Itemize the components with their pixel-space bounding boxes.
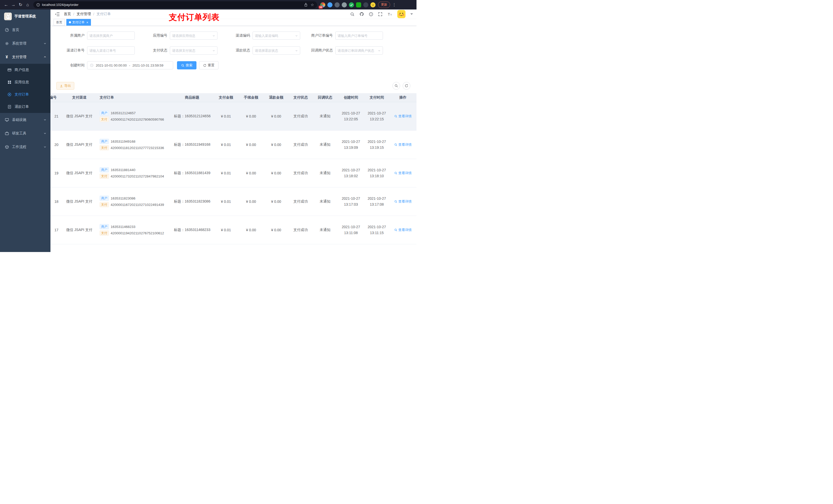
reset-button[interactable]: 重置 [199,61,218,69]
channel-order-no-input[interactable] [89,49,133,52]
refresh-button[interactable] [403,82,410,90]
svg-text:T: T [388,12,390,16]
browser-menu-icon[interactable]: ⋮ [392,2,396,7]
breadcrumb-home[interactable]: 首页 [64,12,71,16]
pay-time: 2021-10-2713:19:15 [364,139,389,150]
search-icon[interactable] [350,12,355,16]
table-row[interactable]: 21 微信 JSAPI 支付 商户 1635312124657 支付 42000… [50,102,416,130]
pay-order-no: 4200001173202110272847982104 [111,174,164,178]
order-id: 19 [50,171,62,175]
sidebar-item-label: 系统管理 [12,41,26,46]
extension-icon-5[interactable] [349,2,354,7]
date-range-picker[interactable]: 2021-10-01 00:00:00 - 2021-10-31 23:59:5… [87,61,173,69]
merchant-input[interactable] [89,34,133,38]
sidebar-toggle-icon[interactable] [52,9,62,19]
refund-amount [264,244,289,252]
app-logo[interactable]: 芋道管理系统 [0,9,50,23]
view-detail-link[interactable]: 查看详情 [394,228,412,232]
table-row[interactable]: 商户 1635311151786 支付 标题： 查看详情 [50,244,416,252]
sidebar-item-payment[interactable]: ¥ 支付管理 [0,50,50,64]
order-id: 20 [50,143,62,147]
pay-tag: 支付 [100,231,109,236]
close-icon[interactable]: × [86,21,88,24]
browser-update-button[interactable]: 更新 [378,2,390,8]
sidebar-item-system[interactable]: 系统管理 [0,37,50,50]
notify-status: 未通知 [312,102,338,130]
extension-icon-8[interactable] [371,2,376,7]
merchant-order-no-field[interactable] [335,31,383,40]
refund-amount: ¥ 0.00 [264,159,289,187]
tab-pay-order[interactable]: 支付订单 × [66,19,91,26]
fullscreen-icon[interactable] [378,12,382,16]
merchant-order-no-input[interactable] [338,34,381,38]
notify-status-select[interactable] [335,46,383,54]
refund-status-input[interactable] [255,49,294,52]
toggle-search-button[interactable] [392,82,400,90]
user-avatar[interactable] [397,10,405,18]
table-row[interactable]: 19 微信 JSAPI 支付 商户 1635311881440 支付 42000… [50,159,416,187]
extension-icon-3[interactable] [335,2,340,7]
filter-app-id: 应用编号 [139,31,222,40]
chevron-down-icon [212,49,215,52]
sidebar-item-merchant-info[interactable]: 商户信息 [0,64,50,76]
notify-status-input[interactable] [338,49,377,52]
extension-icon-7[interactable] [363,2,368,7]
search-button[interactable]: 搜索 [177,61,196,69]
app-select[interactable] [170,31,217,40]
url-text: localhost:1024/pay/order [42,3,78,7]
table-row[interactable]: 17 微信 JSAPI 支付 商户 1635311468233 支付 42000… [50,216,416,244]
browser-reload-button[interactable]: ↻ [17,1,24,8]
browser-home-button[interactable]: ⌂ [24,1,31,8]
view-detail-link[interactable]: 查看详情 [394,199,412,204]
sidebar-item-home[interactable]: 首页 [0,23,50,37]
filter-label: 回调商户状态 [305,48,333,53]
view-detail-link[interactable]: 查看详情 [394,171,412,175]
app-input[interactable] [172,34,211,38]
extension-icon-4[interactable] [342,2,347,7]
user-menu-caret-icon[interactable] [410,13,413,15]
pay-amount: ¥ 0.01 [213,130,238,159]
sidebar-item-label: 退款订单 [15,104,29,109]
table-row[interactable]: 18 微信 JSAPI 支付 商户 1635311823086 支付 42000… [50,187,416,216]
product-title: 1635311468233 [185,228,210,232]
bookmark-star-icon[interactable]: ☆ [311,3,314,7]
tab-home[interactable]: 首页 [53,19,65,26]
extension-icon-6[interactable] [356,2,361,7]
sidebar-item-dev-tools[interactable]: 研发工具 [0,126,50,140]
sidebar-item-pay-order[interactable]: 支付订单 [0,88,50,101]
export-button[interactable]: 导出 [56,82,74,90]
sidebar-item-infrastructure[interactable]: 基础设施 [0,113,50,126]
extension-icon-2[interactable] [327,2,332,7]
col-header-status: 支付状态 [289,93,312,102]
view-detail-link[interactable]: 查看详情 [394,142,412,147]
sidebar-item-app-info[interactable]: 应用信息 [0,76,50,88]
pay-status-select[interactable] [170,46,217,54]
table-row[interactable]: 20 微信 JSAPI 支付 商户 1635311949168 支付 42000… [50,130,416,159]
site-info-icon[interactable] [37,3,40,7]
sidebar-item-workflow[interactable]: 工作流程 [0,140,50,154]
filter-channel-order-no: 渠道订单号 [56,46,139,54]
address-bar[interactable]: localhost:1024/pay/order ☆ [33,1,317,8]
channel-order-no-field[interactable] [87,46,135,54]
font-size-icon[interactable]: TT [387,12,392,16]
view-detail-link[interactable]: 查看详情 [394,114,412,119]
browser-forward-button[interactable]: → [10,1,17,8]
merchant-order-no: 1635311881440 [111,168,136,172]
channel-code-select[interactable] [253,31,300,40]
fee-amount: ¥ 0.00 [238,102,264,130]
merchant-select[interactable] [87,31,135,40]
pay-status-input[interactable] [172,49,211,52]
extension-icon-1[interactable]: 10 [320,2,325,7]
sidebar-item-label: 支付管理 [12,55,26,59]
product-title: 1635311823086 [185,199,210,203]
breadcrumb-payment[interactable]: 支付管理 [77,12,91,16]
refund-status-select[interactable] [253,46,300,54]
share-icon[interactable] [304,3,308,7]
pay-time: 2021-10-2713:18:10 [364,167,389,179]
browser-back-button[interactable]: ← [3,1,10,8]
help-icon[interactable]: ? [369,12,373,16]
channel-code-input[interactable] [255,34,294,38]
chevron-down-icon [44,145,46,148]
github-icon[interactable] [359,12,364,16]
sidebar-item-refund-order[interactable]: 退款订单 [0,101,50,113]
